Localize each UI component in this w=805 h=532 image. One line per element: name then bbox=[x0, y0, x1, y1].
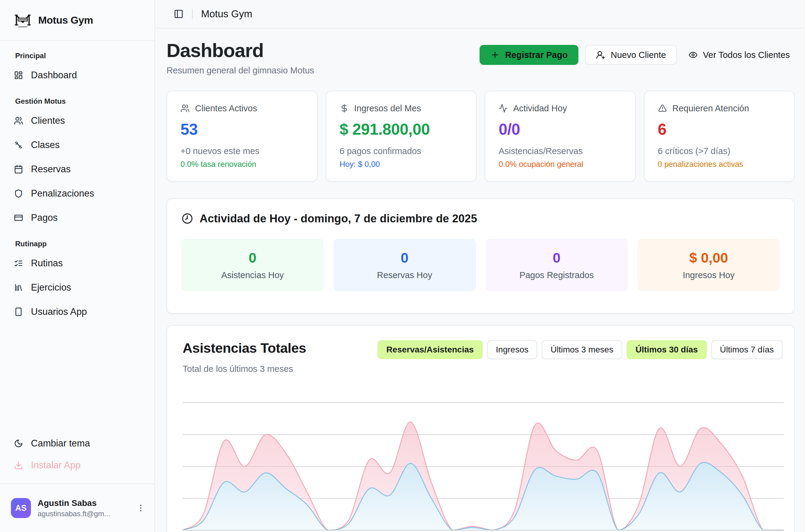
chart-filter-label: Últimos 3 meses bbox=[551, 345, 613, 354]
ver-todos-los-clientes-button[interactable]: Ver Todos los Clientes bbox=[684, 45, 795, 65]
user-menu-button[interactable] bbox=[136, 504, 145, 513]
activity-card-label: Asistencias Hoy bbox=[221, 270, 284, 280]
chart-subtitle: Total de los últimos 3 meses bbox=[183, 364, 306, 374]
users-icon bbox=[180, 104, 190, 113]
user-profile[interactable]: AS Agustin Sabas agustinsabas.ft@gm... bbox=[0, 483, 154, 532]
activity-title: Actividad de Hoy - domingo, 7 de diciemb… bbox=[199, 212, 477, 225]
nav-section: RutinappRutinasEjerciciosUsuarios App bbox=[14, 240, 146, 320]
plus-icon bbox=[491, 50, 500, 59]
button-label: Nuevo Cliente bbox=[611, 50, 666, 60]
topbar-title: Motus Gym bbox=[201, 8, 252, 20]
sidebar-footer: Cambiar temaInstalar App bbox=[0, 435, 154, 483]
stat-card-subtext: 6 críticos (>7 días) bbox=[658, 146, 781, 156]
logo-text: Motus Gym bbox=[38, 14, 93, 26]
stat-card-value: 53 bbox=[180, 120, 304, 138]
activity-icon bbox=[499, 104, 508, 113]
chart-controls: Reservas/AsistenciasIngresosÚltimos 3 me… bbox=[378, 340, 783, 359]
calendar-icon bbox=[14, 165, 23, 174]
sidebar-item-label: Rutinas bbox=[31, 258, 63, 269]
topbar: Motus Gym bbox=[155, 0, 805, 28]
stat-card-subtext: Asistencias/Reservas bbox=[499, 146, 622, 156]
sidebar-item-pagos[interactable]: Pagos bbox=[14, 209, 146, 226]
chart-titles: Asistencias Totales Total de los últimos… bbox=[183, 340, 306, 374]
sidebar-toggle-button[interactable] bbox=[174, 9, 184, 19]
dollar-icon bbox=[340, 104, 349, 113]
nav-section-label: Rutinapp bbox=[15, 240, 146, 248]
stat-card-title: Clientes Activos bbox=[195, 103, 257, 113]
stat-card-header: Clientes Activos bbox=[180, 103, 304, 113]
sidebar-item-penalizaciones[interactable]: Penalizaciones bbox=[14, 185, 146, 202]
sidebar-item-ejercicios[interactable]: Ejercicios bbox=[14, 279, 146, 296]
button-label: Registrar Pago bbox=[505, 50, 568, 60]
activity-card-value: 0 bbox=[249, 250, 256, 266]
clock-icon bbox=[182, 213, 193, 224]
activity-header: Actividad de Hoy - domingo, 7 de diciemb… bbox=[182, 212, 780, 225]
page-subtitle: Resumen general del gimnasio Motus bbox=[167, 65, 314, 76]
users-icon bbox=[14, 116, 23, 125]
panel-left-icon bbox=[174, 9, 184, 19]
sidebar-item-label: Ejercicios bbox=[31, 282, 71, 293]
sidebar-item-dashboard[interactable]: Dashboard bbox=[14, 67, 146, 84]
chart-section: Asistencias Totales Total de los últimos… bbox=[167, 325, 795, 532]
chart-filter-reservas-asistencias[interactable]: Reservas/Asistencias bbox=[378, 340, 483, 359]
app-root: Motus Gym PrincipalDashboardGestión Motu… bbox=[0, 0, 805, 532]
sidebar-item-label: Instalar App bbox=[31, 460, 81, 471]
sidebar-item-label: Pagos bbox=[31, 212, 58, 223]
download-icon bbox=[14, 461, 23, 470]
main-area: Motus Gym Dashboard Resumen general del … bbox=[155, 0, 805, 532]
smartphone-icon bbox=[14, 307, 23, 316]
page-title: Dashboard bbox=[167, 41, 314, 61]
chart-filter-ltimos-30-d-as[interactable]: Últimos 30 días bbox=[627, 340, 706, 359]
sidebar-nav: PrincipalDashboardGestión MotusClientesC… bbox=[0, 41, 154, 435]
topbar-divider bbox=[192, 9, 193, 19]
sidebar: Motus Gym PrincipalDashboardGestión Motu… bbox=[0, 0, 155, 532]
sidebar-item-label: Clientes bbox=[31, 115, 65, 126]
sidebar-item-instalar-app[interactable]: Instalar App bbox=[14, 457, 146, 474]
button-label: Ver Todos los Clientes bbox=[703, 50, 790, 60]
stat-card-header: Actividad Hoy bbox=[499, 103, 622, 113]
sidebar-item-label: Usuarios App bbox=[31, 306, 87, 317]
moon-icon bbox=[14, 439, 23, 448]
chart-filter-label: Ingresos bbox=[496, 345, 529, 354]
stat-card-subtext: 6 pagos confirmados bbox=[340, 146, 463, 156]
activity-card-value: 0 bbox=[401, 250, 408, 266]
content: Dashboard Resumen general del gimnasio M… bbox=[155, 28, 805, 532]
sidebar-item-label: Dashboard bbox=[31, 70, 77, 81]
motus-logo-icon bbox=[14, 12, 32, 28]
activity-section: Actividad de Hoy - domingo, 7 de diciemb… bbox=[167, 198, 795, 314]
sidebar-logo[interactable]: Motus Gym bbox=[0, 0, 154, 41]
sidebar-item-clases[interactable]: Clases bbox=[14, 136, 146, 153]
stat-card-note: 0.0% tasa renovación bbox=[180, 159, 304, 169]
activity-card-asistencias-hoy: 0Asistencias Hoy bbox=[182, 239, 323, 291]
nav-section: PrincipalDashboard bbox=[14, 52, 146, 84]
dumbbell-icon bbox=[14, 140, 23, 150]
registrar-pago-button[interactable]: Registrar Pago bbox=[480, 45, 578, 65]
chart-filter-ltimos-7-d-as[interactable]: Últimos 7 días bbox=[711, 340, 783, 359]
nuevo-cliente-button[interactable]: Nuevo Cliente bbox=[585, 45, 677, 65]
chart-filter-ingresos[interactable]: Ingresos bbox=[487, 340, 537, 359]
page-head-titles: Dashboard Resumen general del gimnasio M… bbox=[167, 41, 314, 76]
sidebar-item-cambiar-tema[interactable]: Cambiar tema bbox=[14, 435, 146, 452]
user-plus-icon bbox=[596, 50, 605, 59]
chart-filter-label: Reservas/Asistencias bbox=[386, 345, 474, 354]
sidebar-item-label: Cambiar tema bbox=[31, 438, 90, 449]
activity-card-value: 0 bbox=[553, 250, 560, 266]
nav-section-label: Principal bbox=[15, 52, 146, 60]
stat-card-value: 6 bbox=[658, 120, 781, 138]
stat-card-actividad-hoy: Actividad Hoy0/0Asistencias/Reservas0.0%… bbox=[485, 91, 636, 182]
header-actions: Registrar PagoNuevo ClienteVer Todos los… bbox=[480, 45, 795, 65]
sidebar-item-clientes[interactable]: Clientes bbox=[14, 112, 146, 129]
dashboard-icon bbox=[14, 71, 23, 80]
activity-cards: 0Asistencias Hoy0Reservas Hoy0Pagos Regi… bbox=[182, 239, 780, 291]
stat-card-header: Requieren Atención bbox=[658, 103, 781, 113]
sidebar-item-rutinas[interactable]: Rutinas bbox=[14, 255, 146, 272]
credit-card-icon bbox=[14, 213, 23, 222]
nav-section: Gestión MotusClientesClasesReservasPenal… bbox=[14, 97, 146, 226]
sidebar-item-reservas[interactable]: Reservas bbox=[14, 161, 146, 178]
chart-filter-ltimos-3-meses[interactable]: Últimos 3 meses bbox=[542, 340, 622, 359]
stat-card-value: 0/0 bbox=[499, 120, 622, 138]
nav-section-label: Gestión Motus bbox=[15, 97, 146, 106]
activity-card-value: $ 0,00 bbox=[689, 250, 728, 266]
sidebar-item-usuarios-app[interactable]: Usuarios App bbox=[14, 303, 146, 320]
page-head: Dashboard Resumen general del gimnasio M… bbox=[167, 41, 795, 76]
